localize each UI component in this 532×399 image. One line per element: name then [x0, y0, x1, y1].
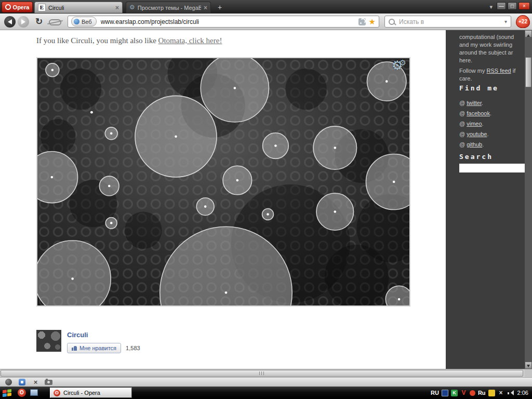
at-prefix: @ — [459, 110, 467, 116]
search-bar[interactable]: ▾ — [384, 16, 511, 28]
sidebar: computational (sound and my work swirlin… — [446, 30, 525, 369]
back-arrow-icon — [5, 19, 12, 24]
like-button[interactable]: Мне нравится — [67, 343, 121, 353]
facebook-widget: Circuli Мне нравится 1,583 — [36, 330, 140, 353]
web-badge-label: Веб — [82, 19, 92, 25]
dot-suffix: . — [482, 121, 484, 127]
facebook-page-link[interactable]: Circuli — [67, 331, 88, 339]
layout-switcher-indicator[interactable]: Ru — [478, 390, 486, 396]
system-tray: RU K V Ru 2:06 — [431, 387, 530, 399]
at-prefix: @ — [459, 141, 467, 148]
windows-logo-icon — [3, 389, 11, 396]
at-prefix: @ — [459, 131, 467, 137]
circuli-thumbnail[interactable] — [36, 330, 61, 352]
sidebar-text-line: around the subject ar — [459, 49, 514, 57]
like-row: Мне нравится 1,583 — [67, 343, 140, 353]
circuli-canvas[interactable]: ⚙⚙ — [36, 57, 410, 307]
opera-turbo-icon[interactable] — [49, 19, 61, 25]
search-input[interactable] — [398, 18, 501, 26]
youtube-link[interactable]: youtube — [467, 131, 487, 137]
panel-toggle-icon[interactable] — [19, 379, 25, 385]
find-me-heading: Find me — [459, 84, 499, 92]
minimize-button[interactable]: — — [497, 2, 506, 10]
back-button[interactable] — [4, 16, 16, 28]
status-indicator-icon[interactable] — [5, 379, 12, 385]
volume-icon[interactable] — [507, 390, 513, 396]
maximize-button[interactable]: □ — [508, 2, 517, 10]
tab-megabaits[interactable]: ⚙ Просмотр темы - MegaB... × — [126, 2, 211, 13]
screen: Opera E Circuli × ⚙ Просмотр темы - Mega… — [0, 0, 532, 399]
github-link[interactable]: github — [467, 141, 482, 148]
clock[interactable]: 2:06 — [517, 390, 528, 396]
tab-close-icon[interactable]: × — [204, 4, 207, 11]
twitter-link[interactable]: twitter — [467, 100, 482, 106]
otomata-link[interactable]: Otomata, click here! — [158, 36, 222, 45]
tab-label: Просмотр темы - MegaB... — [138, 5, 201, 11]
rss-feed-link[interactable]: RSS feed — [487, 68, 511, 74]
like-label: Мне нравится — [79, 345, 116, 351]
tab-list-chevron-icon[interactable]: ▾ — [489, 4, 493, 10]
opera-icon: O — [54, 390, 60, 396]
tab-circuli[interactable]: E Circuli × — [34, 2, 123, 13]
forum-favicon: ⚙ — [129, 4, 135, 11]
dot-suffix: . — [487, 131, 488, 137]
search-engine-chevron-icon[interactable]: ▾ — [504, 19, 507, 24]
earslap-favicon: E — [38, 4, 46, 11]
vertical-scrollbar[interactable] — [525, 30, 532, 369]
search-heading: Search — [459, 153, 493, 161]
scroll-down-arrow[interactable] — [525, 362, 532, 369]
sidebar-search-input[interactable] — [459, 164, 525, 172]
tray-red-icon[interactable] — [470, 390, 475, 396]
list-item: @ github. — [459, 139, 491, 150]
like-count: 1,583 — [126, 345, 140, 351]
antivirus-icon[interactable]: K — [451, 390, 458, 396]
list-item: @ youtube. — [459, 129, 491, 139]
vimeo-link[interactable]: vimeo — [467, 121, 482, 127]
search-icon — [389, 19, 395, 25]
facebook-link[interactable]: facebook — [467, 110, 490, 116]
rss-icon[interactable] — [358, 18, 366, 25]
sidebar-paragraph: computational (sound and my work swirlin… — [459, 33, 514, 64]
horizontal-scrollbar[interactable] — [0, 369, 525, 377]
tray-yellow-icon[interactable] — [488, 390, 495, 396]
forward-button[interactable] — [18, 16, 29, 28]
status-toolbar — [0, 377, 532, 387]
social-links-list: @ twitter. @ facebook. @ vimeo. @ youtub… — [459, 98, 491, 150]
opera-menu-label: Opera — [13, 4, 30, 10]
horizontal-scroll-handle[interactable] — [1, 370, 523, 377]
start-button[interactable] — [3, 389, 14, 397]
settings-gears-icon[interactable]: ⚙⚙ — [392, 58, 406, 73]
new-tab-button[interactable]: + — [215, 3, 224, 11]
address-bar[interactable]: Веб ★ — [68, 16, 379, 28]
network-monitor-icon[interactable] — [442, 390, 448, 396]
dot-suffix: . — [482, 141, 484, 148]
bookmark-star-icon[interactable]: ★ — [369, 18, 376, 25]
rss-prefix: Follow my — [459, 68, 487, 74]
scroll-up-arrow[interactable] — [525, 30, 532, 37]
close-button[interactable]: × — [518, 2, 530, 10]
reload-button[interactable]: ↻ — [33, 16, 45, 28]
circuli-animation[interactable] — [37, 58, 409, 305]
globe-icon — [74, 19, 79, 24]
show-desktop-icon[interactable] — [30, 389, 38, 396]
facebook-widget-body: Circuli Мне нравится 1,583 — [67, 330, 140, 353]
sidebar-text-line: here. — [459, 57, 514, 64]
url-input[interactable] — [100, 18, 355, 26]
update-badge[interactable]: +22 — [516, 15, 530, 28]
sidebar-text-line: care. — [459, 75, 515, 83]
opera-menu-button[interactable]: Opera — [2, 2, 33, 12]
task-button-opera[interactable]: O Circuli - Opera — [50, 388, 132, 398]
tab-close-icon[interactable]: × — [115, 4, 119, 11]
vertical-scroll-handle[interactable] — [525, 57, 531, 87]
tray-x-icon[interactable] — [498, 390, 504, 396]
at-prefix: @ — [459, 121, 467, 127]
camera-icon[interactable] — [45, 380, 52, 385]
web-badge[interactable]: Веб — [71, 17, 97, 26]
list-item: @ twitter. — [459, 98, 491, 108]
language-indicator[interactable]: RU — [431, 390, 439, 396]
navigation-toolbar: ↻ Веб ★ ▾ +22 — [0, 14, 532, 30]
sync-icon[interactable] — [32, 379, 39, 385]
sidebar-text-line: and my work swirling — [459, 41, 514, 49]
quick-launch-opera-icon[interactable]: O — [18, 389, 26, 397]
tray-v-icon[interactable]: V — [460, 390, 467, 396]
